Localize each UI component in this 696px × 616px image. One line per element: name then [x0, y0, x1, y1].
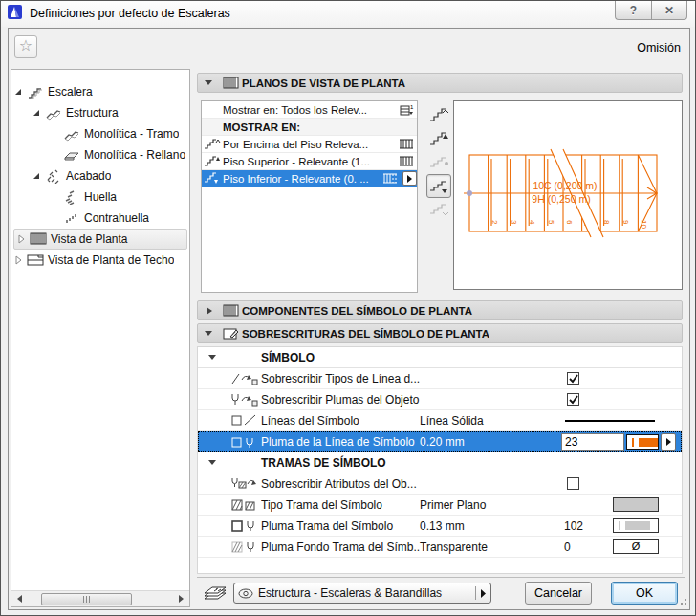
- setting-row-override-pens[interactable]: Sobrescribir Plumas del Objeto: [198, 389, 682, 410]
- pen-number[interactable]: 0: [564, 540, 571, 554]
- tree-item-huella[interactable]: Huella: [11, 187, 189, 208]
- list-item-label: Piso Inferior - Relevante (0. ...: [223, 173, 380, 185]
- setting-row-override-fill-attrs[interactable]: Sobrescribir Atributos del Ob...: [198, 473, 682, 495]
- tread-number: 8: [602, 220, 611, 225]
- layer-selector[interactable]: Estructura - Escaleras & Barandillas: [233, 583, 491, 604]
- cancel-button[interactable]: Cancelar: [525, 582, 592, 605]
- checkbox-checked[interactable]: [567, 393, 579, 406]
- setting-row-fill-type[interactable]: Tipo Trama del Símbolo Primer Plano: [198, 495, 682, 516]
- pen-color-swatch[interactable]: [626, 434, 659, 450]
- setting-row-symbol-line-pen[interactable]: Pluma de la Línea de Símbolo 0.20 mm 23: [198, 431, 682, 452]
- subsection-simbolo[interactable]: SÍMBOLO: [198, 347, 682, 368]
- checkbox-unchecked[interactable]: [567, 477, 579, 490]
- pen-number[interactable]: 102: [564, 519, 583, 533]
- list-item-bottom-relevant[interactable]: Piso Inferior - Relevante (0. ...: [202, 170, 417, 187]
- line-type-preview[interactable]: [565, 420, 655, 422]
- scroll-right-arrow[interactable]: [173, 591, 189, 607]
- layers-icon[interactable]: [203, 583, 228, 603]
- mode-below-icon[interactable]: [426, 198, 451, 222]
- setting-row-symbol-lines[interactable]: Líneas del Símbolo Línea Sólida: [198, 410, 682, 431]
- stair-top-icon: [202, 155, 223, 167]
- list-item-show-on[interactable]: Mostrar en: Todos los Relev... 1: [202, 101, 417, 119]
- tree-item-label: Estructura: [64, 106, 119, 120]
- tree-item-monolitica-tramo[interactable]: Monolítica - Tramo: [11, 123, 189, 144]
- collapse-caret-icon[interactable]: [206, 458, 219, 467]
- tree-item-estructura[interactable]: Estructura: [11, 102, 189, 123]
- landing-slab-icon: [61, 148, 82, 163]
- fill-pen-icon: [228, 518, 261, 533]
- setting-row-override-line-types[interactable]: Sobrescribir Tipos de Línea d...: [198, 368, 682, 389]
- tree-item-label: Vista de Planta: [49, 232, 128, 246]
- collapse-caret-icon[interactable]: [206, 353, 219, 362]
- list-item-label: Mostrar en: Todos los Relev...: [223, 104, 396, 116]
- setting-row-fill-pen[interactable]: Pluma Trama del Símbolo 0.13 mm 102: [198, 516, 682, 537]
- cancel-label: Cancelar: [534, 586, 582, 600]
- subsection-tramas[interactable]: TRAMAS DE SÍMBOLO: [198, 452, 682, 473]
- override-symbol-icon: [219, 327, 242, 340]
- section-header-planos[interactable]: PLANOS DE VISTA DE PLANTA: [197, 73, 683, 93]
- app-icon: [8, 5, 22, 19]
- tree-item-label: Contrahuella: [82, 211, 149, 225]
- mode-bottom-icon-selected[interactable]: [426, 174, 451, 198]
- tree-item-escalera[interactable]: Escalera: [11, 81, 189, 102]
- scrollbar-thumb[interactable]: [41, 593, 132, 605]
- collapsed-icon[interactable]: [11, 255, 25, 265]
- section-title: PLANOS DE VISTA DE PLANTA: [242, 77, 405, 89]
- setting-value[interactable]: Transparente: [420, 540, 488, 554]
- help-button[interactable]: ?: [615, 1, 651, 20]
- section-header-sobrescrituras[interactable]: SOBRESCRITURAS DEL SÍMBOLO DE PLANTA: [197, 323, 683, 343]
- expanded-icon[interactable]: [30, 108, 43, 118]
- collapsed-icon[interactable]: [14, 234, 28, 244]
- caption-buttons: ? ✕: [615, 1, 687, 20]
- tree-item-label: Escalera: [46, 85, 93, 99]
- tree-item-label: Huella: [82, 190, 117, 204]
- resize-grip[interactable]: [679, 599, 686, 606]
- override-line-type-icon: [228, 371, 261, 385]
- pen-picker-button[interactable]: [661, 433, 676, 451]
- setting-value[interactable]: 0.20 mm: [420, 435, 465, 449]
- tree-horizontal-scrollbar[interactable]: [11, 590, 189, 606]
- tree-item-monolitica-rellano[interactable]: Monolítica - Rellano: [11, 144, 189, 165]
- stair-settings-dialog: Definiciones por defecto de Escaleras ? …: [0, 0, 696, 616]
- pen-color-swatch[interactable]: [613, 518, 659, 533]
- ok-label: OK: [636, 586, 653, 600]
- tread-number: 10: [640, 220, 648, 229]
- transparent-swatch[interactable]: Ø: [613, 539, 659, 554]
- close-button[interactable]: ✕: [651, 1, 687, 20]
- tree-item-contrahuella[interactable]: Contrahuella: [11, 208, 189, 229]
- collapse-caret-icon[interactable]: [198, 329, 219, 338]
- tree-item-vista-de-planta-de-techo[interactable]: Vista de Planta de Techo: [11, 250, 189, 271]
- close-icon: ✕: [664, 4, 674, 17]
- subsection-title: SÍMBOLO: [261, 351, 315, 364]
- checkbox-checked[interactable]: [567, 372, 579, 385]
- setting-value[interactable]: Primer Plano: [420, 498, 486, 512]
- tree-item-acabado[interactable]: Acabado: [11, 165, 189, 187]
- collapse-caret-icon[interactable]: [198, 78, 219, 87]
- setting-row-fill-background-pen[interactable]: Pluma Fondo Trama del Símb... Transparen…: [198, 537, 682, 558]
- mode-above-icon[interactable]: [426, 102, 451, 126]
- mode-top-icon[interactable]: [426, 126, 451, 150]
- setting-value[interactable]: Línea Sólida: [420, 414, 484, 428]
- setting-label: Sobrescribir Plumas del Objeto: [261, 393, 420, 407]
- favorites-button[interactable]: ☆: [14, 35, 37, 58]
- title-bar[interactable]: Definiciones por defecto de Escaleras ? …: [1, 1, 695, 27]
- mode-middle-icon[interactable]: [426, 150, 451, 174]
- ok-button[interactable]: OK: [611, 582, 678, 605]
- list-item-top-relevant[interactable]: Piso Superior - Relevante (1...: [202, 153, 417, 170]
- structure-icon: [43, 106, 64, 121]
- section-header-componentes[interactable]: COMPONENTES DEL SÍMBOLO DE PLANTA: [197, 300, 683, 320]
- setting-label: Pluma de la Línea de Símbolo: [261, 435, 420, 449]
- expanded-icon[interactable]: [30, 171, 43, 181]
- fill-preview-swatch[interactable]: [613, 497, 659, 512]
- list-item-above-relevant[interactable]: Por Encima del Piso Releva...: [202, 136, 417, 153]
- expanded-icon[interactable]: [11, 87, 25, 97]
- tread-number: 2: [490, 220, 499, 225]
- riser-icon: [61, 211, 82, 226]
- setting-value[interactable]: 0.13 mm: [420, 519, 465, 533]
- row-options-button[interactable]: [402, 171, 417, 186]
- pen-number-field[interactable]: 23: [561, 433, 624, 451]
- scroll-left-arrow[interactable]: [11, 591, 28, 607]
- tree-item-vista-de-planta[interactable]: Vista de Planta: [13, 229, 187, 250]
- floor-plan-grid-icon: [219, 77, 242, 89]
- expand-caret-icon[interactable]: [198, 306, 219, 316]
